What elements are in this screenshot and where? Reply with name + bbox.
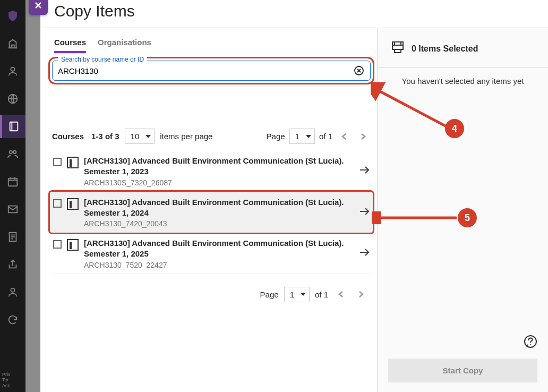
bottom-pager: Page 1 of 1 (50, 287, 373, 302)
chevron-left-icon (341, 133, 347, 140)
rail-grades[interactable] (0, 225, 25, 249)
arrow-right-icon (359, 207, 370, 216)
rail-calendar[interactable] (0, 170, 25, 193)
help-button[interactable] (524, 335, 537, 351)
groups-icon (7, 148, 19, 160)
svg-point-8 (11, 288, 14, 292)
results-label: Courses (52, 132, 84, 141)
page-number-select-bottom[interactable]: 1 (284, 287, 310, 302)
search-input[interactable] (58, 66, 365, 75)
refresh-icon (7, 314, 19, 326)
prev-page-button-bottom[interactable] (333, 287, 348, 302)
row-checkbox[interactable] (53, 158, 62, 166)
building-icon (7, 38, 19, 49)
help-icon (524, 335, 537, 348)
results-range: 1-3 of 3 (91, 132, 119, 141)
clear-search-button[interactable] (354, 66, 364, 75)
course-icon (67, 239, 79, 251)
rail-tools[interactable] (0, 253, 25, 276)
mail-icon (7, 203, 19, 215)
rail-courses[interactable] (0, 115, 25, 138)
prev-page-button[interactable] (337, 129, 352, 144)
book-icon (8, 121, 20, 132)
course-row[interactable]: [ARCH3130] Advanced Built Environment Co… (50, 150, 373, 192)
rail-profile[interactable] (0, 59, 25, 83)
share-icon (7, 259, 19, 270)
person-outline-icon (7, 286, 19, 298)
svg-rect-2 (10, 122, 18, 131)
chevron-right-icon (358, 291, 364, 298)
rail-groups[interactable] (0, 142, 25, 166)
per-page-label: items per page (160, 132, 212, 141)
course-id: ARCH3130_7420_20043 (84, 219, 354, 228)
course-row[interactable]: [ARCH3130] Advanced Built Environment Co… (50, 233, 373, 274)
clear-icon (354, 66, 364, 75)
calendar-icon (7, 176, 19, 188)
course-row[interactable]: [ARCH3130] Advanced Built Environment Co… (50, 192, 373, 233)
tab-organisations[interactable]: Organisations (98, 38, 151, 53)
rail-logo[interactable] (0, 4, 25, 28)
chevron-down-icon (145, 135, 151, 138)
tab-courses[interactable]: Courses (54, 38, 86, 53)
course-title: [ARCH3130] Advanced Built Environment Co… (84, 197, 354, 219)
row-checkbox[interactable] (53, 199, 62, 208)
search-container: Search by course name or ID (52, 61, 371, 81)
page-title: Copy Items (41, 0, 548, 28)
source-panel: Courses Organisations Search by course n… (41, 28, 377, 392)
search-legend: Search by course name or ID (58, 56, 147, 63)
rail-institution[interactable] (0, 32, 25, 55)
svg-point-0 (11, 67, 14, 71)
svg-line-13 (376, 89, 450, 129)
open-course-button[interactable] (359, 164, 370, 178)
person-icon (7, 65, 19, 77)
start-copy-button[interactable]: Start Copy (388, 359, 537, 382)
annotation-badge-5: 5 (458, 208, 477, 227)
chevron-down-icon (306, 135, 311, 138)
course-id: ARCH3130S_7320_26087 (84, 178, 354, 187)
rail-admin[interactable] (0, 280, 25, 304)
next-page-button-bottom[interactable] (354, 287, 369, 302)
page-number-select[interactable]: 1 (289, 129, 315, 144)
annotation-arrow-4 (371, 80, 456, 143)
rail-footer: Priv Ter Acc (0, 372, 25, 389)
source-tabs: Courses Organisations (50, 28, 373, 53)
page-label: Page (260, 290, 279, 299)
course-title: [ARCH3130] Advanced Built Environment Co… (84, 156, 354, 177)
arrow-right-icon (359, 165, 370, 175)
selection-tray-icon (390, 40, 405, 58)
course-icon (67, 157, 79, 168)
arrow-right-icon (359, 248, 370, 257)
selected-count-label: 0 Items Selected (412, 44, 478, 54)
close-icon (34, 1, 42, 10)
open-course-button[interactable] (359, 246, 370, 260)
globe-icon (7, 93, 19, 105)
chevron-down-icon (301, 293, 306, 296)
course-id: ARCH3130_7520_22427 (84, 261, 354, 269)
course-icon (67, 198, 79, 210)
rail-sync[interactable] (0, 308, 25, 331)
results-header: Courses 1-3 of 3 10 items per page Page … (52, 129, 371, 144)
row-checkbox[interactable] (53, 240, 62, 249)
chevron-right-icon (360, 133, 366, 140)
app-nav-rail: Priv Ter Acc (0, 0, 25, 392)
svg-rect-5 (8, 178, 18, 186)
annotation-arrow-5 (372, 211, 459, 224)
rail-messages[interactable] (0, 198, 25, 221)
chevron-left-icon (338, 291, 344, 298)
svg-rect-11 (395, 49, 401, 53)
shield-icon (6, 10, 19, 22)
page-label: Page (267, 132, 285, 141)
page-size-select[interactable]: 10 (125, 129, 155, 144)
annotation-badge-4: 4 (445, 119, 464, 138)
next-page-button[interactable] (356, 129, 371, 144)
svg-point-3 (10, 151, 12, 154)
overlay-shade (25, 0, 40, 392)
svg-point-4 (13, 151, 16, 154)
close-panel-button[interactable] (29, 0, 48, 15)
of-pages-label: of 1 (315, 290, 328, 299)
course-title: [ARCH3130] Advanced Built Environment Co… (84, 238, 354, 260)
open-course-button[interactable] (359, 206, 370, 219)
doc-icon (7, 231, 19, 243)
rail-activity[interactable] (0, 87, 25, 110)
of-pages-label: of 1 (319, 132, 332, 141)
